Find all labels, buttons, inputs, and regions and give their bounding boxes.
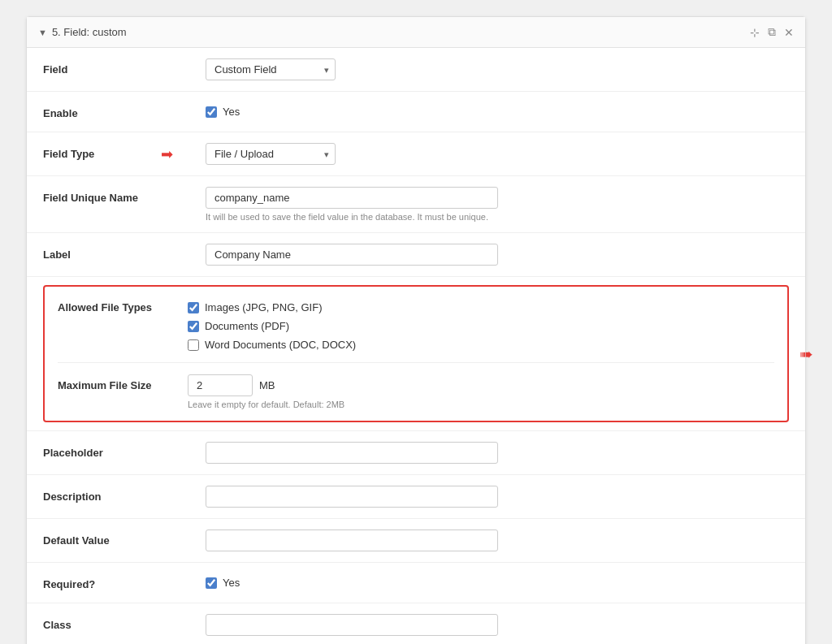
highlighted-section: Allowed File Types Images (JPG, PNG, GIF… bbox=[43, 285, 789, 422]
class-label: Class bbox=[43, 614, 206, 631]
max-file-size-label: Maximum File Size bbox=[58, 374, 188, 391]
mb-label: MB bbox=[259, 379, 275, 391]
field-type-label: Field Type bbox=[43, 143, 206, 160]
allowed-file-types-checkboxes: Images (JPG, PNG, GIF) Documents (PDF) W… bbox=[188, 298, 356, 351]
class-control bbox=[206, 614, 789, 636]
label-label: Label bbox=[43, 244, 206, 261]
field-row: Field Custom Field bbox=[27, 48, 805, 92]
panel-header: ▼ 5. Field: custom ⊹ ⧉ ✕ bbox=[27, 17, 805, 48]
description-row: Description bbox=[27, 475, 805, 519]
default-value-control bbox=[206, 529, 789, 551]
images-checkbox[interactable] bbox=[188, 302, 199, 313]
label-control bbox=[206, 244, 789, 266]
default-value-label: Default Value bbox=[43, 529, 206, 547]
enable-yes-label[interactable]: Yes bbox=[206, 102, 789, 118]
documents-checkbox-item[interactable]: Documents (PDF) bbox=[188, 320, 356, 332]
class-input[interactable] bbox=[206, 614, 498, 636]
images-checkbox-label: Images (JPG, PNG, GIF) bbox=[205, 301, 322, 313]
panel: ▼ 5. Field: custom ⊹ ⧉ ✕ Field Custom Fi… bbox=[26, 16, 806, 644]
allowed-file-types-inner: Allowed File Types Images (JPG, PNG, GIF… bbox=[58, 298, 774, 351]
placeholder-row: Placeholder bbox=[27, 431, 805, 475]
max-file-size-section: Maximum File Size MB Leave it empty for … bbox=[58, 362, 774, 409]
word-docs-checkbox-item[interactable]: Word Documents (DOC, DOCX) bbox=[188, 339, 356, 351]
placeholder-label: Placeholder bbox=[43, 442, 206, 459]
description-label: Description bbox=[43, 486, 206, 503]
default-value-input[interactable] bbox=[206, 529, 498, 551]
required-yes-label[interactable]: Yes bbox=[206, 573, 789, 589]
highlighted-section-arrow-icon: ➠ bbox=[800, 344, 813, 364]
required-label: Required? bbox=[43, 573, 206, 590]
label-input[interactable] bbox=[206, 244, 498, 266]
field-select-wrapper: Custom Field bbox=[206, 58, 336, 80]
field-type-select[interactable]: File / Upload Text Textarea Select Check… bbox=[206, 143, 336, 165]
field-unique-name-row: Field Unique Name It will be used to sav… bbox=[27, 176, 805, 233]
field-unique-name-label: Field Unique Name bbox=[43, 187, 206, 204]
description-control bbox=[206, 486, 789, 508]
close-icon[interactable]: ✕ bbox=[784, 26, 794, 39]
field-unique-name-input[interactable] bbox=[206, 187, 498, 209]
max-file-size-hint: Leave it empty for default. Default: 2MB bbox=[188, 400, 774, 409]
field-unique-name-control: It will be used to save the field value … bbox=[206, 187, 789, 222]
field-type-select-wrapper: File / Upload Text Textarea Select Check… bbox=[206, 143, 336, 165]
highlighted-section-row: Allowed File Types Images (JPG, PNG, GIF… bbox=[27, 277, 805, 431]
images-checkbox-item[interactable]: Images (JPG, PNG, GIF) bbox=[188, 301, 356, 313]
enable-checkbox[interactable] bbox=[206, 106, 217, 118]
label-row: Label bbox=[27, 233, 805, 277]
class-row: Class bbox=[27, 603, 805, 644]
placeholder-input[interactable] bbox=[206, 442, 498, 464]
description-input[interactable] bbox=[206, 486, 498, 508]
field-select[interactable]: Custom Field bbox=[206, 58, 336, 80]
documents-checkbox[interactable] bbox=[188, 321, 199, 332]
word-docs-checkbox[interactable] bbox=[188, 339, 199, 351]
required-checkbox[interactable] bbox=[206, 577, 217, 589]
required-control: Yes bbox=[206, 573, 789, 589]
allowed-file-types-label: Allowed File Types bbox=[58, 298, 188, 351]
max-size-input-row: MB bbox=[188, 374, 774, 396]
enable-control: Yes bbox=[206, 102, 789, 118]
required-row: Required? Yes bbox=[27, 563, 805, 603]
max-file-size-control: MB Leave it empty for default. Default: … bbox=[188, 374, 774, 409]
panel-header-actions: ⊹ ⧉ ✕ bbox=[750, 25, 794, 39]
enable-label: Enable bbox=[43, 102, 206, 119]
enable-row: Enable Yes bbox=[27, 92, 805, 132]
field-unique-name-hint: It will be used to save the field value … bbox=[206, 212, 789, 222]
field-control: Custom Field bbox=[206, 58, 789, 80]
word-docs-checkbox-label: Word Documents (DOC, DOCX) bbox=[205, 339, 356, 351]
documents-checkbox-label: Documents (PDF) bbox=[205, 320, 289, 332]
default-value-row: Default Value bbox=[27, 519, 805, 563]
enable-yes-text: Yes bbox=[223, 106, 240, 118]
move-icon[interactable]: ⊹ bbox=[750, 26, 760, 39]
field-type-control: File / Upload Text Textarea Select Check… bbox=[206, 143, 789, 165]
chevron-down-icon: ▼ bbox=[38, 28, 47, 37]
field-label: Field bbox=[43, 58, 206, 76]
placeholder-control bbox=[206, 442, 789, 464]
max-file-size-input[interactable] bbox=[188, 374, 253, 396]
copy-icon[interactable]: ⧉ bbox=[768, 25, 776, 39]
panel-header-left: ▼ 5. Field: custom bbox=[38, 26, 127, 38]
field-type-row: ➡ Field Type File / Upload Text Textarea… bbox=[27, 132, 805, 176]
panel-title: 5. Field: custom bbox=[52, 26, 127, 38]
required-yes-text: Yes bbox=[223, 577, 240, 589]
